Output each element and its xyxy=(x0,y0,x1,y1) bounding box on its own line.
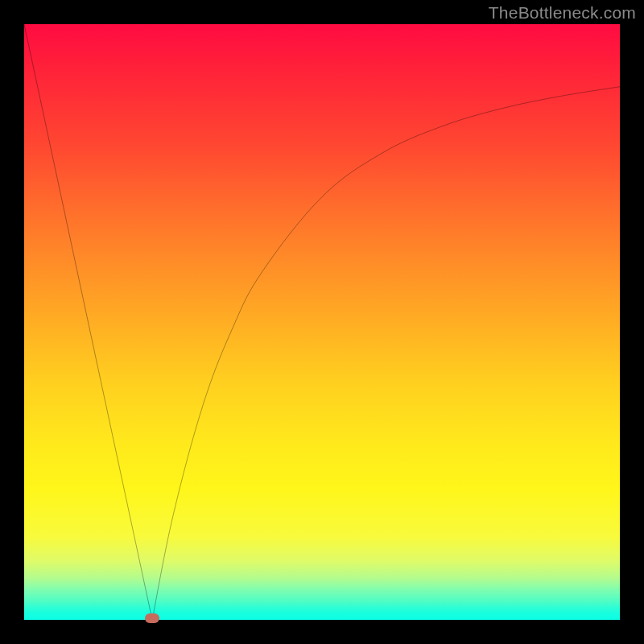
plot-area xyxy=(24,24,620,620)
chart-frame: TheBottleneck.com xyxy=(0,0,644,644)
curve-svg xyxy=(24,24,620,620)
min-marker-icon xyxy=(145,613,159,623)
bottleneck-curve xyxy=(24,24,620,620)
watermark-text: TheBottleneck.com xyxy=(489,3,636,23)
